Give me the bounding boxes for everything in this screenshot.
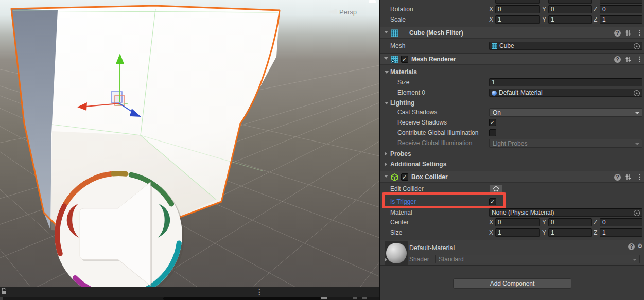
receive-gi-label: Receive Global Illumination [397, 138, 472, 148]
gear-icon[interactable]: ⚙ [637, 242, 643, 250]
mesh-renderer-header[interactable]: Mesh Renderer ? ⋮ [380, 53, 644, 65]
center-y-field[interactable]: 0 [548, 218, 592, 226]
scene-canvas[interactable] [0, 0, 379, 300]
receive-shadows-checkbox[interactable] [489, 119, 496, 126]
shader-label: Shader [409, 256, 429, 263]
component-enabled-checkbox[interactable] [401, 56, 408, 63]
cast-shadows-dropdown[interactable]: On [489, 108, 642, 117]
physic-material-object-field[interactable]: None (Physic Material) [489, 208, 642, 217]
object-picker-icon[interactable] [633, 43, 640, 50]
presets-icon[interactable] [625, 56, 632, 63]
box-collider-header[interactable]: Box Collider ? ⋮ [380, 171, 644, 183]
component-enabled-checkbox[interactable] [401, 173, 408, 181]
foldout-open-icon[interactable] [385, 71, 389, 74]
axis-x-label: X [489, 228, 495, 237]
add-component-button[interactable]: Add Component [453, 278, 571, 289]
mesh-value: Cube [499, 42, 514, 49]
axis-z-label: Z [594, 5, 600, 14]
axis-x-label: X [489, 15, 495, 24]
foldout-open-icon[interactable] [385, 102, 389, 104]
contribute-gi-label: Contribute Global Illumination [397, 128, 478, 137]
center-x-field[interactable]: 0 [495, 218, 540, 226]
material-label: Material [390, 208, 412, 217]
object-picker-icon[interactable] [633, 209, 640, 217]
persp-gizmo-axis-icon[interactable] [328, 9, 337, 15]
position-x-field[interactable] [495, 0, 540, 4]
probes-foldout[interactable]: Probes [380, 149, 644, 158]
help-icon[interactable]: ? [614, 56, 621, 63]
axis-x-label: X [489, 218, 495, 227]
persp-label[interactable]: Persp [339, 8, 357, 16]
panel-button-edge[interactable] [353, 297, 357, 299]
mesh-renderer-icon [391, 56, 398, 63]
materials-size-field[interactable]: 1 [489, 78, 642, 86]
cast-shadows-row: Cast Shadows On [380, 108, 644, 117]
foldout-closed-icon[interactable] [385, 152, 387, 156]
help-icon[interactable]: ? [614, 30, 621, 37]
component-title: Box Collider [411, 171, 448, 183]
component-title: Mesh Renderer [411, 54, 456, 65]
scale-x-field[interactable]: 1 [495, 15, 540, 24]
mesh-label: Mesh [390, 41, 405, 50]
box-collider-icon [391, 173, 398, 181]
cast-shadows-label: Cast Shadows [397, 108, 437, 117]
foldout-open-icon[interactable] [384, 31, 388, 33]
scene-view[interactable]: Persp ⋮ [0, 0, 379, 300]
foldout-closed-icon[interactable] [385, 258, 387, 262]
help-icon[interactable]: ? [628, 243, 635, 250]
help-icon[interactable]: ? [614, 174, 621, 181]
rotation-x-field[interactable]: 0 [495, 5, 540, 13]
foldout-open-icon[interactable] [384, 57, 388, 60]
scale-y-field[interactable]: 1 [548, 15, 592, 24]
receive-gi-row: Receive Global Illumination Light Probes [380, 138, 644, 148]
rotation-row: Rotation X 0 Y 0 Z 0 [380, 5, 644, 14]
element0-row: Element 0 Default-Material [380, 88, 644, 97]
lighting-foldout[interactable]: Lighting [380, 98, 644, 108]
additional-settings-foldout[interactable]: Additional Settings [380, 160, 644, 169]
material-preview-header[interactable]: Default-Material ? ⚙ Shader Standard [380, 240, 644, 266]
scale-label: Scale [390, 15, 406, 24]
presets-icon[interactable] [625, 30, 632, 37]
kebab-menu-icon[interactable]: ⋮ [636, 27, 643, 39]
axis-y-label: Y [542, 5, 548, 14]
position-y-field[interactable] [548, 0, 592, 4]
lock-open-icon[interactable] [0, 287, 7, 294]
element0-object-field[interactable]: Default-Material [489, 89, 642, 97]
materials-foldout[interactable]: Materials [380, 67, 644, 77]
scale-z-field[interactable]: 1 [600, 15, 642, 24]
lighting-label: Lighting [390, 98, 414, 108]
axis-z-label: Z [594, 15, 600, 24]
scene-bar-kebab-icon[interactable]: ⋮ [256, 288, 374, 296]
additional-settings-label: Additional Settings [390, 160, 446, 169]
search-bar-edge[interactable] [163, 297, 321, 300]
material-sphere-icon [492, 91, 497, 96]
rotation-z-field[interactable]: 0 [600, 5, 642, 13]
presets-icon[interactable] [625, 174, 632, 181]
foldout-closed-icon[interactable] [385, 162, 387, 166]
mesh-filter-header[interactable]: Cube (Mesh Filter) ? ⋮ [380, 27, 644, 39]
contribute-gi-checkbox[interactable] [489, 129, 496, 136]
panel-notch [0, 297, 3, 300]
mesh-object-field[interactable]: Cube [489, 42, 642, 50]
panel-button-edge[interactable] [321, 297, 327, 299]
contribute-gi-row: Contribute Global Illumination [380, 128, 644, 137]
component-title: Cube (Mesh Filter) [409, 27, 463, 39]
element0-label: Element 0 [397, 88, 425, 97]
collider-size-row: Size X 1 Y 1 Z 1 [380, 228, 644, 237]
position-z-field[interactable] [600, 0, 642, 4]
rotation-label: Rotation [390, 5, 413, 14]
kebab-menu-icon[interactable]: ⋮ [636, 171, 643, 183]
kebab-menu-icon[interactable]: ⋮ [636, 54, 643, 65]
foldout-open-icon[interactable] [384, 175, 388, 178]
material-sphere-thumbnail [386, 243, 407, 263]
rotation-y-field[interactable]: 0 [548, 5, 592, 13]
object-picker-icon[interactable] [633, 90, 640, 97]
axis-z-label: Z [594, 218, 600, 227]
center-z-field[interactable]: 0 [600, 218, 642, 226]
orientation-gizmo-clipped[interactable] [369, 0, 376, 3]
collider-size-x-field[interactable]: 1 [495, 228, 540, 237]
position-row-clipped [380, 0, 644, 4]
collider-size-z-field[interactable]: 1 [600, 228, 642, 237]
panel-button-edge[interactable] [362, 297, 367, 299]
collider-size-y-field[interactable]: 1 [548, 228, 592, 237]
